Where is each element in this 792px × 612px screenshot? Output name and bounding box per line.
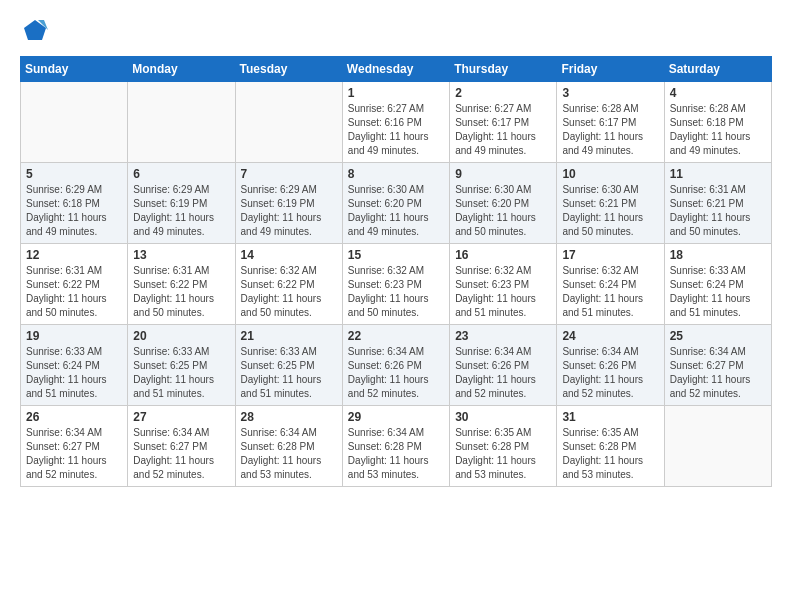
day-number: 27 <box>133 410 229 424</box>
day-number: 3 <box>562 86 658 100</box>
day-info: Sunrise: 6:33 AMSunset: 6:24 PMDaylight:… <box>670 264 766 320</box>
calendar-cell: 27Sunrise: 6:34 AMSunset: 6:27 PMDayligh… <box>128 406 235 487</box>
calendar-cell <box>21 82 128 163</box>
calendar-cell: 5Sunrise: 6:29 AMSunset: 6:18 PMDaylight… <box>21 163 128 244</box>
day-number: 22 <box>348 329 444 343</box>
day-number: 16 <box>455 248 551 262</box>
calendar-week-row: 19Sunrise: 6:33 AMSunset: 6:24 PMDayligh… <box>21 325 772 406</box>
calendar-cell: 14Sunrise: 6:32 AMSunset: 6:22 PMDayligh… <box>235 244 342 325</box>
calendar-cell: 23Sunrise: 6:34 AMSunset: 6:26 PMDayligh… <box>450 325 557 406</box>
day-info: Sunrise: 6:34 AMSunset: 6:26 PMDaylight:… <box>455 345 551 401</box>
calendar-header-thursday: Thursday <box>450 57 557 82</box>
calendar-cell: 17Sunrise: 6:32 AMSunset: 6:24 PMDayligh… <box>557 244 664 325</box>
day-info: Sunrise: 6:33 AMSunset: 6:25 PMDaylight:… <box>133 345 229 401</box>
day-info: Sunrise: 6:35 AMSunset: 6:28 PMDaylight:… <box>562 426 658 482</box>
day-info: Sunrise: 6:30 AMSunset: 6:21 PMDaylight:… <box>562 183 658 239</box>
day-number: 25 <box>670 329 766 343</box>
day-info: Sunrise: 6:34 AMSunset: 6:26 PMDaylight:… <box>348 345 444 401</box>
day-info: Sunrise: 6:34 AMSunset: 6:27 PMDaylight:… <box>26 426 122 482</box>
logo-icon <box>20 16 50 46</box>
calendar-week-row: 5Sunrise: 6:29 AMSunset: 6:18 PMDaylight… <box>21 163 772 244</box>
day-number: 23 <box>455 329 551 343</box>
calendar-cell: 7Sunrise: 6:29 AMSunset: 6:19 PMDaylight… <box>235 163 342 244</box>
day-number: 15 <box>348 248 444 262</box>
calendar-cell <box>128 82 235 163</box>
day-info: Sunrise: 6:34 AMSunset: 6:26 PMDaylight:… <box>562 345 658 401</box>
calendar-cell: 9Sunrise: 6:30 AMSunset: 6:20 PMDaylight… <box>450 163 557 244</box>
day-number: 10 <box>562 167 658 181</box>
day-info: Sunrise: 6:32 AMSunset: 6:23 PMDaylight:… <box>348 264 444 320</box>
day-number: 28 <box>241 410 337 424</box>
calendar-cell: 1Sunrise: 6:27 AMSunset: 6:16 PMDaylight… <box>342 82 449 163</box>
day-info: Sunrise: 6:27 AMSunset: 6:17 PMDaylight:… <box>455 102 551 158</box>
calendar-cell: 3Sunrise: 6:28 AMSunset: 6:17 PMDaylight… <box>557 82 664 163</box>
day-number: 2 <box>455 86 551 100</box>
day-info: Sunrise: 6:31 AMSunset: 6:22 PMDaylight:… <box>26 264 122 320</box>
day-number: 7 <box>241 167 337 181</box>
day-info: Sunrise: 6:29 AMSunset: 6:19 PMDaylight:… <box>241 183 337 239</box>
calendar-cell: 26Sunrise: 6:34 AMSunset: 6:27 PMDayligh… <box>21 406 128 487</box>
calendar-week-row: 12Sunrise: 6:31 AMSunset: 6:22 PMDayligh… <box>21 244 772 325</box>
day-number: 29 <box>348 410 444 424</box>
calendar-table: SundayMondayTuesdayWednesdayThursdayFrid… <box>20 56 772 487</box>
calendar-cell: 11Sunrise: 6:31 AMSunset: 6:21 PMDayligh… <box>664 163 771 244</box>
day-info: Sunrise: 6:28 AMSunset: 6:18 PMDaylight:… <box>670 102 766 158</box>
calendar-week-row: 26Sunrise: 6:34 AMSunset: 6:27 PMDayligh… <box>21 406 772 487</box>
calendar-cell: 10Sunrise: 6:30 AMSunset: 6:21 PMDayligh… <box>557 163 664 244</box>
day-info: Sunrise: 6:34 AMSunset: 6:27 PMDaylight:… <box>670 345 766 401</box>
day-number: 6 <box>133 167 229 181</box>
day-info: Sunrise: 6:29 AMSunset: 6:18 PMDaylight:… <box>26 183 122 239</box>
day-info: Sunrise: 6:32 AMSunset: 6:24 PMDaylight:… <box>562 264 658 320</box>
calendar-header-tuesday: Tuesday <box>235 57 342 82</box>
day-info: Sunrise: 6:31 AMSunset: 6:21 PMDaylight:… <box>670 183 766 239</box>
day-number: 31 <box>562 410 658 424</box>
calendar-cell: 22Sunrise: 6:34 AMSunset: 6:26 PMDayligh… <box>342 325 449 406</box>
header <box>20 16 772 46</box>
calendar-cell: 19Sunrise: 6:33 AMSunset: 6:24 PMDayligh… <box>21 325 128 406</box>
calendar-header-row: SundayMondayTuesdayWednesdayThursdayFrid… <box>21 57 772 82</box>
calendar-header-sunday: Sunday <box>21 57 128 82</box>
calendar-week-row: 1Sunrise: 6:27 AMSunset: 6:16 PMDaylight… <box>21 82 772 163</box>
calendar-cell: 8Sunrise: 6:30 AMSunset: 6:20 PMDaylight… <box>342 163 449 244</box>
day-number: 5 <box>26 167 122 181</box>
page: SundayMondayTuesdayWednesdayThursdayFrid… <box>0 0 792 612</box>
day-number: 12 <box>26 248 122 262</box>
calendar-cell: 2Sunrise: 6:27 AMSunset: 6:17 PMDaylight… <box>450 82 557 163</box>
calendar-cell: 28Sunrise: 6:34 AMSunset: 6:28 PMDayligh… <box>235 406 342 487</box>
calendar-cell: 29Sunrise: 6:34 AMSunset: 6:28 PMDayligh… <box>342 406 449 487</box>
day-info: Sunrise: 6:32 AMSunset: 6:22 PMDaylight:… <box>241 264 337 320</box>
calendar-cell: 24Sunrise: 6:34 AMSunset: 6:26 PMDayligh… <box>557 325 664 406</box>
day-info: Sunrise: 6:35 AMSunset: 6:28 PMDaylight:… <box>455 426 551 482</box>
calendar-cell: 6Sunrise: 6:29 AMSunset: 6:19 PMDaylight… <box>128 163 235 244</box>
day-number: 18 <box>670 248 766 262</box>
calendar-header-wednesday: Wednesday <box>342 57 449 82</box>
day-number: 20 <box>133 329 229 343</box>
calendar-header-friday: Friday <box>557 57 664 82</box>
day-info: Sunrise: 6:32 AMSunset: 6:23 PMDaylight:… <box>455 264 551 320</box>
day-number: 11 <box>670 167 766 181</box>
day-number: 4 <box>670 86 766 100</box>
calendar-cell <box>664 406 771 487</box>
day-number: 21 <box>241 329 337 343</box>
calendar-cell: 4Sunrise: 6:28 AMSunset: 6:18 PMDaylight… <box>664 82 771 163</box>
calendar-cell: 21Sunrise: 6:33 AMSunset: 6:25 PMDayligh… <box>235 325 342 406</box>
calendar-cell: 16Sunrise: 6:32 AMSunset: 6:23 PMDayligh… <box>450 244 557 325</box>
calendar-cell: 31Sunrise: 6:35 AMSunset: 6:28 PMDayligh… <box>557 406 664 487</box>
calendar-cell: 30Sunrise: 6:35 AMSunset: 6:28 PMDayligh… <box>450 406 557 487</box>
day-number: 8 <box>348 167 444 181</box>
day-info: Sunrise: 6:30 AMSunset: 6:20 PMDaylight:… <box>348 183 444 239</box>
day-info: Sunrise: 6:34 AMSunset: 6:28 PMDaylight:… <box>241 426 337 482</box>
calendar-header-saturday: Saturday <box>664 57 771 82</box>
day-info: Sunrise: 6:31 AMSunset: 6:22 PMDaylight:… <box>133 264 229 320</box>
day-info: Sunrise: 6:27 AMSunset: 6:16 PMDaylight:… <box>348 102 444 158</box>
calendar-cell: 25Sunrise: 6:34 AMSunset: 6:27 PMDayligh… <box>664 325 771 406</box>
day-number: 1 <box>348 86 444 100</box>
calendar-cell: 20Sunrise: 6:33 AMSunset: 6:25 PMDayligh… <box>128 325 235 406</box>
day-info: Sunrise: 6:29 AMSunset: 6:19 PMDaylight:… <box>133 183 229 239</box>
day-number: 9 <box>455 167 551 181</box>
day-info: Sunrise: 6:34 AMSunset: 6:27 PMDaylight:… <box>133 426 229 482</box>
day-number: 14 <box>241 248 337 262</box>
day-number: 30 <box>455 410 551 424</box>
day-info: Sunrise: 6:34 AMSunset: 6:28 PMDaylight:… <box>348 426 444 482</box>
day-info: Sunrise: 6:33 AMSunset: 6:25 PMDaylight:… <box>241 345 337 401</box>
